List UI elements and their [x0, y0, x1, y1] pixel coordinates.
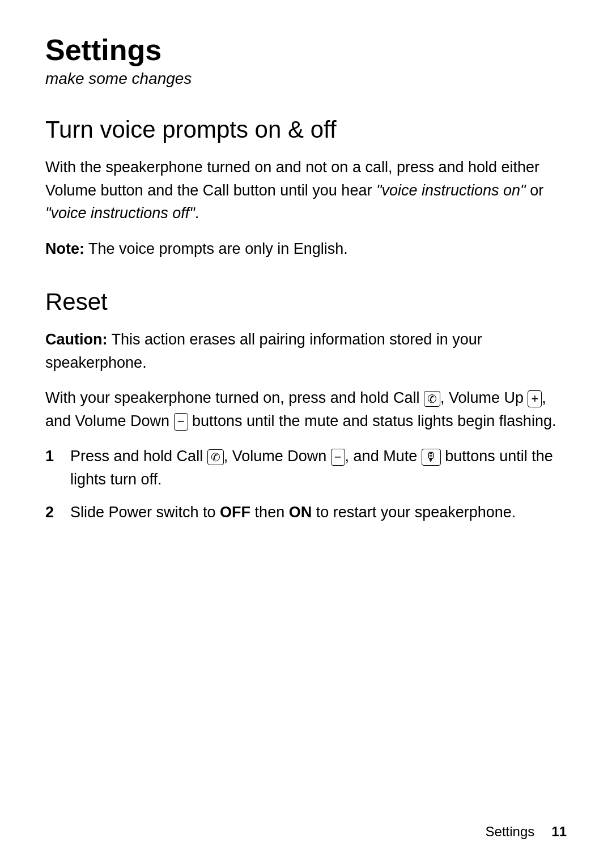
reset-intro-4: buttons until the mute and status lights…: [188, 412, 556, 429]
caution-body: This action erases all pairing informati…: [45, 331, 482, 371]
page-footer: Settings 11: [486, 824, 567, 840]
step1-volume-down-icon: −: [331, 449, 345, 466]
note-text: Note: The voice prompts are only in Engl…: [45, 237, 567, 261]
note-label: Note:: [45, 240, 84, 257]
voice-body-text: With the speakerphone turned on and not …: [45, 156, 567, 225]
footer-section-label: Settings: [486, 824, 535, 840]
step2-on-label: ON: [289, 504, 312, 521]
reset-intro-2: , Volume Up: [440, 389, 528, 406]
caution-label: Caution:: [45, 331, 107, 348]
call-icon-inline: ✆: [424, 391, 440, 407]
step-2-content: Slide Power switch to OFF then ON to res…: [70, 501, 567, 524]
page-title: Settings: [45, 34, 567, 66]
caution-text: Caution: This action erases all pairing …: [45, 328, 567, 374]
volume-down-icon-inline: −: [174, 413, 188, 430]
reset-heading: Reset: [45, 288, 567, 316]
note-body: The voice prompts are only in English.: [84, 240, 348, 257]
reset-steps-list: 1 Press and hold Call ✆, Volume Down −, …: [45, 445, 567, 524]
reset-intro-text: With your speakerphone turned on, press …: [45, 386, 567, 432]
page-subtitle: make some changes: [45, 70, 567, 88]
step1-call-icon: ✆: [207, 449, 224, 465]
reset-intro-1: With your speakerphone turned on, press …: [45, 389, 424, 406]
footer-page-number: 11: [551, 824, 567, 840]
step-1-content: Press and hold Call ✆, Volume Down −, an…: [70, 445, 567, 491]
step1-mute-icon: 🎙: [422, 449, 441, 466]
section-voice-heading: Turn voice prompts on & off: [45, 116, 567, 143]
list-item: 2 Slide Power switch to OFF then ON to r…: [45, 501, 567, 524]
volume-up-icon-inline: +: [528, 390, 542, 407]
page: Settings make some changes Turn voice pr…: [0, 0, 612, 868]
reset-section: Reset Caution: This action erases all pa…: [45, 288, 567, 524]
step-1-number: 1: [45, 445, 61, 468]
step2-off-label: OFF: [220, 504, 250, 521]
list-item: 1 Press and hold Call ✆, Volume Down −, …: [45, 445, 567, 491]
step-2-number: 2: [45, 501, 61, 524]
